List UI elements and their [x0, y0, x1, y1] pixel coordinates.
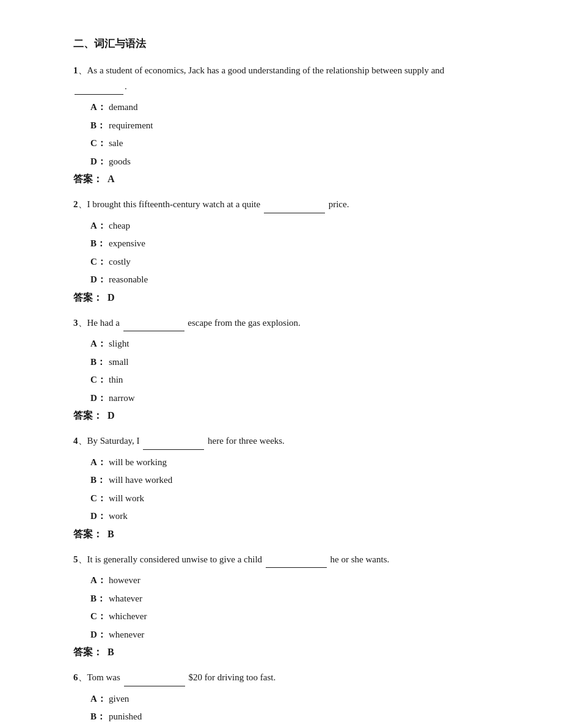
question-1-option-c: C： sale [90, 136, 489, 152]
question-2-option-b: B： expensive [90, 236, 489, 252]
option-d-label: D： [90, 272, 109, 288]
question-3-blank [123, 315, 184, 332]
question-5: 5、It is generally considered unwise to g… [73, 552, 489, 660]
question-1-blank [75, 79, 123, 95]
question-5-number: 5 [73, 554, 78, 564]
option-b-text: whatever [109, 591, 142, 607]
question-3-number: 3 [73, 318, 78, 328]
question-1-option-d: D： goods [90, 154, 489, 170]
option-b-text: small [109, 355, 129, 370]
question-3-answer: 答案： D [73, 410, 489, 422]
option-c-label: C： [90, 254, 109, 270]
question-4-text-after: here for three weeks. [208, 436, 285, 446]
question-6-blank [124, 670, 185, 686]
question-2-text: 2、I brought this fifteenth-century watch… [73, 197, 489, 213]
question-4-option-a: A： will be working [90, 455, 489, 471]
question-4-option-b: B： will have worked [90, 472, 489, 488]
option-b-text: punished [109, 709, 142, 725]
question-3-text-before: He had a [87, 318, 120, 328]
question-5-option-a: A： however [90, 573, 489, 589]
option-a-text: given [109, 691, 129, 707]
question-6: 6、Tom was $20 for driving too fast. A： g… [73, 670, 489, 728]
option-d-text: goods [109, 154, 131, 170]
question-5-option-d: D： whenever [90, 627, 489, 643]
question-3-option-c: C： thin [90, 372, 489, 388]
option-c-label: C： [90, 491, 109, 507]
question-6-option-b: B： punished [90, 709, 489, 725]
question-1-number: 1 [73, 65, 78, 75]
option-a-label: A： [90, 336, 109, 352]
option-c-label: C： [90, 136, 109, 152]
option-d-text: reasonable [109, 272, 148, 288]
question-5-blank [266, 552, 327, 568]
question-1-text-before: As a student of economics, Jack has a go… [87, 65, 445, 75]
question-6-text-before: Tom was [87, 672, 120, 682]
question-4-text-before: By Saturday, I [87, 436, 140, 446]
option-d-text: work [109, 509, 128, 524]
option-d-text: whenever [109, 627, 144, 643]
question-6-option-a: A： given [90, 691, 489, 707]
option-a-text: cheap [109, 218, 130, 234]
question-6-text: 6、Tom was $20 for driving too fast. [73, 670, 489, 686]
option-a-text: however [109, 573, 140, 589]
question-2-text-after: price. [329, 199, 349, 209]
question-1-answer: 答案： A [73, 173, 489, 186]
option-c-text: costly [109, 254, 131, 270]
question-1-text: 1、As a student of economics, Jack has a … [73, 63, 489, 95]
question-1-option-a: A： demand [90, 100, 489, 116]
question-2-answer: 答案： D [73, 292, 489, 304]
option-c-text: whichever [109, 609, 147, 625]
question-2-number: 2 [73, 199, 78, 209]
question-5-option-b: B： whatever [90, 591, 489, 607]
question-5-text-before: It is generally considered unwise to giv… [87, 554, 263, 564]
option-c-text: will work [109, 491, 144, 507]
option-b-label: B： [90, 591, 109, 607]
option-a-label: A： [90, 455, 109, 471]
option-b-text: will have worked [109, 472, 172, 488]
option-c-label: C： [90, 609, 109, 625]
question-4-text: 4、By Saturday, I here for three weeks. [73, 433, 489, 450]
option-a-text: will be working [109, 455, 167, 471]
question-2: 2、I brought this fifteenth-century watch… [73, 197, 489, 304]
option-d-label: D： [90, 154, 109, 170]
question-3-option-d: D： narrow [90, 391, 489, 406]
question-1: 1、As a student of economics, Jack has a … [73, 63, 489, 186]
option-a-text: demand [109, 100, 137, 116]
option-b-text: requirement [109, 118, 153, 134]
option-a-text: slight [109, 336, 129, 352]
question-5-text: 5、It is generally considered unwise to g… [73, 552, 489, 568]
question-2-option-a: A： cheap [90, 218, 489, 234]
question-5-text-after: he or she wants. [330, 554, 390, 564]
question-3-text-after: escape from the gas explosion. [188, 318, 301, 328]
question-3-text: 3、He had a escape from the gas explosion… [73, 315, 489, 332]
question-3-option-a: A： slight [90, 336, 489, 352]
question-4-blank [143, 433, 204, 450]
option-b-text: expensive [109, 236, 145, 252]
option-d-label: D： [90, 391, 109, 406]
question-1-option-b: B： requirement [90, 118, 489, 134]
question-2-option-c: C： costly [90, 254, 489, 270]
option-c-text: sale [109, 136, 123, 152]
question-4-number: 4 [73, 436, 78, 446]
option-d-label: D： [90, 509, 109, 524]
option-b-label: B： [90, 355, 109, 370]
section-title: 二、词汇与语法 [73, 37, 489, 51]
question-5-option-c: C： whichever [90, 609, 489, 625]
question-3: 3、He had a escape from the gas explosion… [73, 315, 489, 423]
question-4-option-c: C： will work [90, 491, 489, 507]
option-b-label: B： [90, 118, 109, 134]
question-1-text-after: . [125, 81, 127, 91]
option-c-label: C： [90, 372, 109, 388]
option-a-label: A： [90, 218, 109, 234]
option-a-label: A： [90, 573, 109, 589]
question-2-text-before: I brought this fifteenth-century watch a… [87, 199, 261, 209]
question-4: 4、By Saturday, I here for three weeks. A… [73, 433, 489, 541]
question-4-answer: 答案： B [73, 528, 489, 541]
question-4-option-d: D： work [90, 509, 489, 524]
question-6-text-after: $20 for driving too fast. [188, 672, 276, 682]
question-2-blank [264, 197, 325, 213]
option-b-label: B： [90, 472, 109, 488]
option-d-label: D： [90, 627, 109, 643]
option-b-label: B： [90, 709, 109, 725]
option-c-text: thin [109, 372, 123, 388]
